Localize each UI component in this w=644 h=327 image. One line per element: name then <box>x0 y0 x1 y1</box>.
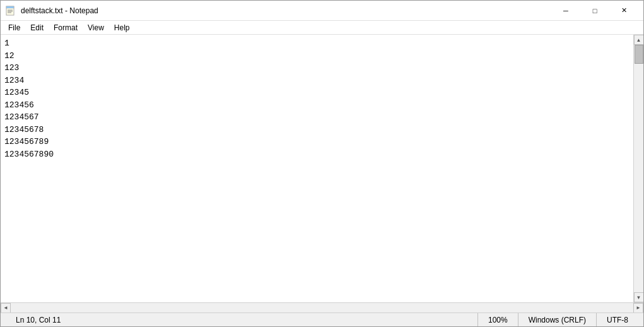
menu-item-format[interactable]: Format <box>49 22 83 33</box>
main-window: delftstack.txt - Notepad ─ □ ✕ File Edit… <box>0 0 644 327</box>
title-bar-left: delftstack.txt - Notepad <box>6 6 98 16</box>
maximize-button[interactable]: □ <box>580 1 609 21</box>
menu-bar: File Edit Format View Help <box>1 21 643 35</box>
scroll-thumb-y[interactable] <box>635 45 643 64</box>
close-button[interactable]: ✕ <box>609 1 638 21</box>
window-title: delftstack.txt - Notepad <box>21 6 98 15</box>
status-line-ending: Windows (CRLF) <box>518 313 596 326</box>
minimize-button[interactable]: ─ <box>551 1 580 21</box>
editor-area: 1 12 123 1234 12345 123456 1234567 12345… <box>1 35 643 302</box>
svg-rect-1 <box>6 6 14 8</box>
status-position: Ln 10, Col 11 <box>6 313 71 326</box>
scroll-left-arrow[interactable]: ◄ <box>1 303 11 313</box>
menu-item-view[interactable]: View <box>83 22 109 33</box>
status-encoding: UTF-8 <box>596 313 638 326</box>
window-controls: ─ □ ✕ <box>551 1 638 21</box>
text-editor[interactable]: 1 12 123 1234 12345 123456 1234567 12345… <box>1 35 633 302</box>
scroll-track-y[interactable] <box>634 45 643 292</box>
vertical-scrollbar[interactable]: ▲ ▼ <box>633 35 643 302</box>
menu-item-help[interactable]: Help <box>109 22 135 33</box>
scroll-right-arrow[interactable]: ► <box>633 303 643 313</box>
scroll-down-arrow[interactable]: ▼ <box>634 292 644 302</box>
status-zoom: 100% <box>477 313 518 326</box>
scroll-up-arrow[interactable]: ▲ <box>634 35 644 45</box>
notepad-app-icon <box>6 6 16 16</box>
title-bar: delftstack.txt - Notepad ─ □ ✕ <box>1 1 643 21</box>
menu-item-file[interactable]: File <box>3 22 25 33</box>
status-bar: Ln 10, Col 11 100% Windows (CRLF) UTF-8 <box>1 312 643 326</box>
scroll-track-x[interactable] <box>11 303 633 312</box>
menu-item-edit[interactable]: Edit <box>25 22 49 33</box>
horizontal-scrollbar[interactable]: ◄ ► <box>1 302 643 312</box>
